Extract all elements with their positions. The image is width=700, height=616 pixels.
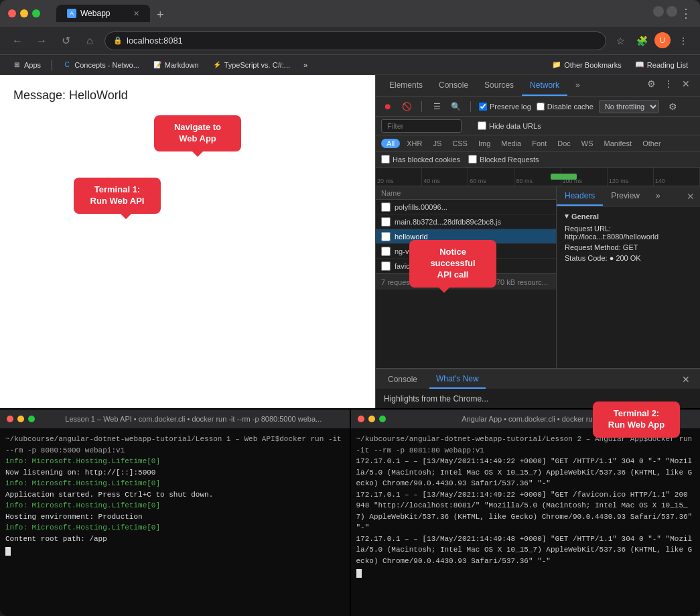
term1-maximize-button[interactable] — [28, 416, 35, 422]
rd-tab-headers[interactable]: Headers — [557, 186, 603, 206]
bookmark-reading-list[interactable]: 📖 Reading List — [630, 59, 693, 70]
row-checkbox-helloworld[interactable] — [381, 232, 391, 241]
term1-line-4: info: Microsoft.Hosting.Lifetime[0] — [5, 478, 344, 489]
back-button[interactable]: ← — [8, 32, 27, 50]
address-bar[interactable]: 🔒 localhost:8081 — [104, 32, 606, 50]
preserve-log-group: Preserve log — [479, 103, 531, 111]
term1-close-button[interactable] — [7, 416, 13, 422]
home-button[interactable]: ⌂ — [80, 32, 99, 50]
clear-button[interactable]: 🚫 — [400, 100, 413, 113]
reading-list-label: Reading List — [647, 61, 688, 69]
bookmark-other[interactable]: 📁 Other Bookmarks — [547, 59, 627, 70]
blocked-requests-checkbox[interactable] — [468, 155, 477, 164]
terminal2-annotation-text: Terminal 2: Run Web App — [608, 410, 665, 430]
term2-minimize-button[interactable] — [368, 416, 375, 422]
active-tab[interactable]: A Webapp ✕ — [56, 5, 150, 22]
browser-menu-dots[interactable]: ⋮ — [675, 32, 692, 50]
row-checkbox-ng-validate[interactable] — [381, 247, 391, 256]
type-filter-css[interactable]: CSS — [448, 139, 472, 148]
bookmark-more[interactable]: » — [298, 60, 313, 70]
general-collapse-icon: ▾ — [565, 212, 569, 221]
terminal-2: Angular App • com.docker.cli • docker ru… — [350, 410, 701, 616]
network-row-main[interactable]: main.8b372d...28dfdb89c2bc8.js — [376, 214, 556, 229]
network-row-polyfills[interactable]: polyfills.00096... — [376, 200, 556, 214]
terminal-1-body: ~/kubcourse/angular-dotnet-webapp-tutori… — [0, 428, 350, 616]
devtools-tab-elements[interactable]: Elements — [381, 75, 431, 96]
rd-tab-more[interactable]: » — [648, 186, 669, 206]
bookmark-typescript[interactable]: ⚡ TypeScript vs. C#:... — [207, 59, 295, 71]
extension-icon[interactable]: 🧩 — [633, 32, 650, 50]
title-bar: A Webapp ✕ + ⋮ — [0, 0, 700, 27]
network-list-container: Name polyfills.00096... main.8b372d...28… — [376, 186, 557, 368]
new-tab-button[interactable]: + — [153, 8, 168, 22]
devtools-tab-console[interactable]: Console — [431, 75, 476, 96]
has-blocked-cookies-checkbox[interactable] — [381, 155, 390, 164]
timeline-mark-120: 120 ms — [608, 168, 654, 186]
checkbox-filter-bar: Has blocked cookies Blocked Requests — [376, 151, 700, 168]
name-column-header: Name — [381, 189, 551, 197]
typescript-icon: ⚡ — [212, 60, 222, 70]
term2-close-button[interactable] — [358, 416, 364, 422]
term1-line-7: Hosting environment: Production — [5, 511, 344, 523]
type-filter-font[interactable]: Font — [528, 139, 551, 148]
type-filter-xhr[interactable]: XHR — [403, 139, 426, 148]
terminal-2-cursor — [356, 569, 362, 578]
throttle-select[interactable]: No throttling — [599, 100, 659, 113]
bookmark-concepts[interactable]: C Concepts - Netwo... — [57, 59, 145, 71]
term2-maximize-button[interactable] — [379, 416, 386, 422]
row-checkbox-polyfills[interactable] — [381, 202, 391, 212]
browser-menu-icon[interactable]: ⋮ — [680, 6, 692, 21]
row-checkbox-favicon[interactable] — [381, 261, 391, 271]
close-traffic-light[interactable] — [8, 9, 16, 17]
browser-profile-icon — [667, 6, 677, 17]
rd-close-button[interactable]: ✕ — [681, 186, 700, 206]
record-button[interactable]: ⏺ — [381, 100, 395, 113]
request-method-value: GET — [623, 243, 638, 251]
devtools-tab-network[interactable]: Network — [522, 75, 567, 96]
devtools-tabs-bar: Elements Console Sources Network » ⚙ ⋮ — [376, 75, 700, 97]
bookmark-markdown[interactable]: 📝 Markdown — [147, 59, 204, 71]
profile-avatar[interactable]: U — [654, 32, 671, 48]
row-checkbox-main[interactable] — [381, 217, 391, 227]
type-filter-manifest[interactable]: Manifest — [600, 139, 636, 148]
search-button[interactable]: 🔍 — [449, 100, 462, 113]
whats-new-text: Highlights from the Chrome... — [384, 394, 488, 404]
tab-close-button[interactable]: ✕ — [133, 9, 139, 18]
minimize-traffic-light[interactable] — [20, 9, 28, 17]
type-filter-img[interactable]: Img — [474, 139, 494, 148]
devtools-settings-icon[interactable]: ⚙ — [642, 75, 660, 93]
whats-new-tab[interactable]: What's New — [429, 369, 486, 389]
bookmark-star-icon[interactable]: ☆ — [612, 32, 629, 50]
devtools-close-icon[interactable]: ✕ — [677, 75, 695, 93]
type-filter-js[interactable]: JS — [429, 139, 445, 148]
type-filter-other[interactable]: Other — [638, 139, 665, 148]
devtools-more-icon[interactable]: ⋮ — [660, 75, 677, 93]
refresh-button[interactable]: ↺ — [56, 32, 75, 50]
console-close-button[interactable]: ✕ — [677, 371, 695, 388]
hide-data-urls-checkbox[interactable] — [478, 121, 486, 130]
disable-cache-checkbox[interactable] — [537, 103, 545, 111]
forward-button[interactable]: → — [32, 32, 51, 50]
mark-20-label: 20 ms — [377, 178, 394, 184]
throttle-settings-icon[interactable]: ⚙ — [664, 98, 682, 115]
mark-60-label: 60 ms — [470, 178, 486, 184]
console-tab[interactable]: Console — [381, 369, 424, 389]
request-detail-panel: Headers Preview » ✕ ▾ General — [557, 186, 700, 368]
terminal-1-titlebar: Lesson 1 – Web API • com.docker.cli • do… — [0, 410, 350, 428]
devtools-tab-sources[interactable]: Sources — [476, 75, 522, 96]
timeline-marks: 20 ms 40 ms 60 ms 80 ms 100 ms 120 ms 14… — [376, 168, 700, 186]
bookmark-apps[interactable]: ⊞ Apps — [7, 59, 46, 71]
type-filter-all[interactable]: All — [381, 139, 400, 148]
status-code-field: Status Code: ● 200 OK — [565, 254, 692, 262]
term1-minimize-button[interactable] — [17, 416, 24, 422]
type-filter-media[interactable]: Media — [497, 139, 525, 148]
filter-input[interactable] — [381, 119, 462, 133]
type-filter-ws[interactable]: WS — [577, 139, 598, 148]
maximize-traffic-light[interactable] — [32, 9, 40, 17]
devtools-tab-more[interactable]: » — [567, 75, 588, 96]
preserve-log-checkbox[interactable] — [479, 103, 487, 111]
status-code-value: 200 — [616, 254, 628, 262]
filter-icon[interactable]: ☰ — [430, 100, 443, 113]
rd-tab-preview[interactable]: Preview — [603, 186, 648, 206]
type-filter-doc[interactable]: Doc — [553, 139, 575, 148]
